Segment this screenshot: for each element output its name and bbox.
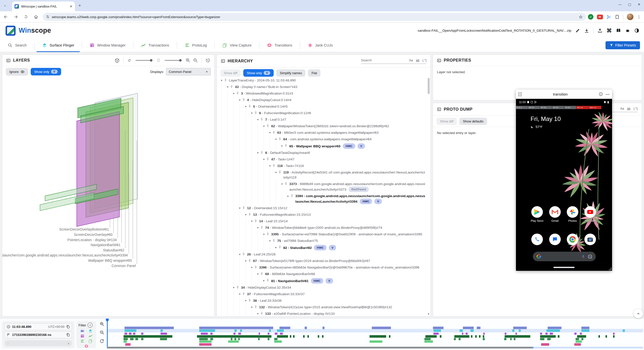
trace-segment[interactable] — [125, 333, 127, 335]
trace-segment[interactable] — [160, 338, 167, 340]
trace-segment[interactable] — [505, 335, 530, 338]
match-case-icon[interactable]: Aa — [620, 107, 624, 110]
trace-segment[interactable] — [505, 333, 506, 335]
tab-sf[interactable]: Surface Flinger — [34, 41, 82, 50]
lens-icon[interactable] — [588, 254, 592, 259]
trace-segment[interactable] — [540, 335, 556, 338]
tree-node[interactable]: ▼133 - e20a69f PointerLocation - display… — [217, 311, 427, 316]
edit-trace-icon[interactable] — [575, 28, 580, 33]
trace-segment[interactable] — [290, 335, 291, 338]
trace-segment[interactable] — [513, 327, 527, 329]
trace-segment[interactable] — [598, 335, 600, 338]
timeline-scrollbar-nub[interactable] — [532, 347, 534, 348]
trace-segment[interactable] — [512, 329, 514, 332]
timeline-scrollbar-thumb[interactable] — [107, 347, 532, 348]
dock-icon-phone[interactable] — [529, 234, 545, 245]
timeline-cursor[interactable] — [107, 319, 108, 347]
overlay-titlebar[interactable]: transition — — [516, 90, 612, 99]
trace-segment[interactable] — [238, 338, 240, 340]
timeline-row-transactions[interactable] — [107, 335, 643, 338]
chevron-down-icon[interactable]: ▼ — [250, 219, 254, 224]
tree-node[interactable]: ▼67 - WindowToken{e5176f9 type=2019 andr… — [217, 258, 427, 264]
filter-presets-button[interactable]: Filter Presets — [606, 41, 640, 49]
timeline-zoom-out-icon[interactable] — [100, 330, 104, 335]
trace-segment[interactable] — [240, 329, 242, 332]
trace-segment[interactable] — [141, 338, 143, 340]
trace-segment[interactable] — [125, 343, 131, 346]
trace-segment[interactable] — [459, 338, 461, 340]
chevron-down-icon[interactable]: ▼ — [262, 124, 266, 129]
match-case-icon[interactable]: Aa — [409, 59, 413, 62]
extension-scissors-icon[interactable] — [607, 15, 611, 19]
pin-icon[interactable] — [230, 84, 235, 88]
next-entry-icon[interactable]: › — [68, 341, 69, 345]
layers-3d-canvas[interactable]: ScreenDecorOverlayBottom#61ScreenDecorOv… — [2, 78, 214, 317]
pin-icon[interactable] — [242, 206, 247, 209]
pin-icon[interactable] — [242, 252, 247, 256]
trace-segment[interactable] — [440, 335, 441, 338]
tree-node[interactable]: ▼26 - Leaf:24:25#26 — [217, 251, 427, 258]
pin-icon[interactable] — [284, 182, 289, 185]
trace-segment[interactable] — [471, 335, 472, 338]
chevron-down-icon[interactable]: ▼ — [268, 238, 272, 243]
app-icon-gmail[interactable]: Gmail — [547, 206, 563, 222]
tab-search-chevron-icon[interactable]: ⌄ — [4, 3, 7, 7]
tree-node[interactable]: ▼47 - Task=1#47 — [217, 156, 427, 163]
pin-icon[interactable] — [278, 245, 283, 249]
trace-segment[interactable] — [514, 338, 515, 340]
trace-segment[interactable] — [234, 338, 236, 340]
pin-icon[interactable] — [266, 232, 271, 236]
match-word-icon[interactable]: ab — [416, 59, 419, 62]
trace-segment[interactable] — [581, 338, 584, 340]
view-capture-filter-icon[interactable] — [88, 339, 93, 343]
tree-node[interactable]: ▼38 - Leaf:33:33#38 — [217, 297, 427, 304]
trace-segment[interactable] — [425, 335, 437, 338]
trace-segment[interactable] — [199, 329, 215, 332]
tab-search[interactable]: Search — [0, 41, 34, 50]
pin-icon[interactable] — [254, 265, 259, 269]
chevron-down-icon[interactable]: ▼ — [262, 232, 266, 237]
trace-segment[interactable] — [613, 335, 615, 338]
trace-segment[interactable] — [124, 338, 128, 340]
scroll-down-icon[interactable]: ▼ — [427, 313, 430, 315]
trace-segment[interactable] — [483, 333, 485, 335]
chevron-down-icon[interactable]: ▼ — [244, 104, 248, 109]
timeline-zoom-in-icon[interactable] — [100, 322, 104, 326]
pin-icon[interactable] — [266, 278, 271, 282]
chevron-down-icon[interactable]: ▼ — [244, 212, 248, 217]
trace-segment[interactable] — [233, 333, 236, 335]
trace-segment[interactable] — [433, 327, 444, 329]
collapse-panel-icon[interactable] — [437, 58, 441, 63]
chevron-down-icon[interactable]: ▼ — [274, 137, 278, 142]
trace-segment[interactable] — [129, 333, 132, 335]
chevron-down-icon[interactable]: ▼ — [237, 98, 242, 103]
timeline-cursor-handle[interactable] — [106, 319, 109, 322]
forward-icon[interactable] — [12, 13, 20, 21]
browser-tab[interactable]: Winscope | sandbox-FAIL ✕ — [12, 2, 75, 11]
chevron-down-icon[interactable]: ▼ — [237, 206, 242, 211]
trace-segment[interactable] — [389, 335, 390, 338]
chevron-down-icon[interactable]: ▼ — [256, 150, 260, 155]
scrollbar-thumb[interactable] — [428, 78, 430, 94]
trace-segment[interactable] — [460, 329, 463, 332]
trace-segment[interactable] — [305, 327, 307, 329]
human-time-field[interactable]: 11:03:48.890 UTC+00:00 — [5, 323, 72, 330]
trace-segment[interactable] — [125, 327, 174, 329]
transactions-filter-icon[interactable] — [88, 334, 93, 338]
regex-icon[interactable]: (.*) — [633, 107, 638, 110]
url-bar[interactable]: winscope.teams.x20web.corp.google.com/pr… — [43, 13, 586, 21]
trace-segment[interactable] — [574, 343, 581, 346]
trace-segment[interactable] — [141, 333, 143, 335]
pin-icon[interactable] — [284, 143, 289, 147]
copy-icon[interactable] — [66, 325, 70, 329]
trace-segment[interactable] — [238, 333, 241, 335]
tree-node[interactable]: ▼4 - HideDisplayCutout:0:14#4 — [217, 97, 427, 103]
window-maximize-icon[interactable]: ▢ — [628, 3, 631, 6]
trace-segment[interactable] — [519, 329, 521, 332]
dark-mode-toggle-icon[interactable] — [634, 28, 639, 33]
pin-icon[interactable] — [272, 238, 277, 242]
pin-icon[interactable] — [260, 311, 265, 315]
displays-select[interactable]: Common Panel ▼ — [166, 68, 211, 75]
trace-segment[interactable] — [606, 335, 607, 338]
tree-node[interactable]: ▼37 - FullscreenMagnification:33:33#37 — [217, 291, 427, 297]
